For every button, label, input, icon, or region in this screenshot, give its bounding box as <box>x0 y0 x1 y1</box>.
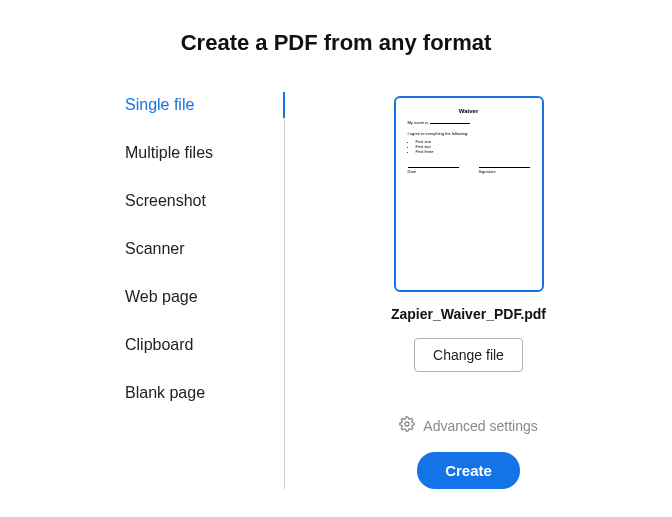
content-area: Single file Multiple files Screenshot Sc… <box>0 96 672 489</box>
preview-signature-row: Date Signature <box>408 164 530 174</box>
preview-signature-field: Signature <box>479 164 530 174</box>
source-sidebar: Single file Multiple files Screenshot Sc… <box>125 96 285 489</box>
sidebar-item-clipboard[interactable]: Clipboard <box>125 336 284 384</box>
create-button[interactable]: Create <box>417 452 520 489</box>
preview-heading: Waiver <box>408 108 530 114</box>
preview-name-underline <box>430 123 470 124</box>
svg-point-0 <box>405 422 409 426</box>
sidebar-item-multiple-files[interactable]: Multiple files <box>125 144 284 192</box>
gear-icon <box>399 416 415 436</box>
advanced-settings-link[interactable]: Advanced settings <box>399 416 537 436</box>
preview-date-field: Date <box>408 164 459 174</box>
sidebar-item-scanner[interactable]: Scanner <box>125 240 284 288</box>
sidebar-item-single-file[interactable]: Single file <box>125 96 284 144</box>
preview-name-row: My name is <box>408 120 530 125</box>
sidebar-item-screenshot[interactable]: Screenshot <box>125 192 284 240</box>
selected-filename: Zapier_Waiver_PDF.pdf <box>391 306 546 322</box>
create-pdf-dialog: Create a PDF from any format Single file… <box>0 30 672 517</box>
preview-agree-text: I agree to everything the following: <box>408 131 530 136</box>
change-file-button[interactable]: Change file <box>414 338 523 372</box>
sidebar-item-blank-page[interactable]: Blank page <box>125 384 284 432</box>
preview-signature-label: Signature <box>479 169 496 174</box>
preview-bullet: First three <box>416 150 530 155</box>
advanced-settings-label: Advanced settings <box>423 418 537 434</box>
page-title: Create a PDF from any format <box>0 30 672 56</box>
main-panel: Waiver My name is I agree to everything … <box>285 96 612 489</box>
preview-date-label: Date <box>408 169 416 174</box>
preview-name-label: My name is <box>408 120 428 125</box>
file-preview[interactable]: Waiver My name is I agree to everything … <box>394 96 544 292</box>
preview-bullet-list: First one First two First three <box>408 140 530 154</box>
sidebar-item-web-page[interactable]: Web page <box>125 288 284 336</box>
